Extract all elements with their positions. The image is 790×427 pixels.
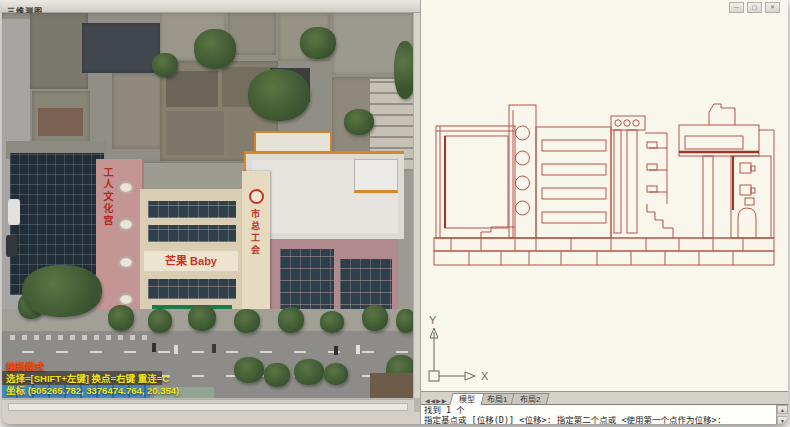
photo-block <box>112 73 162 149</box>
command-prompt-line: 指定基点或 [位移(D)] <位移>: 指定第二个点或 <使用第一个点作为位移>… <box>424 415 776 424</box>
photo-vertical-scrollbar[interactable] <box>413 13 420 398</box>
tree <box>324 363 348 385</box>
tree <box>194 29 236 69</box>
sign-cultural-palace: 工人文化宫 <box>100 167 115 227</box>
photo-block <box>30 13 88 89</box>
oval-window <box>118 256 134 269</box>
photo-roof <box>166 111 224 155</box>
photo-rubble <box>38 108 83 136</box>
app-window: 三维测图 <box>2 0 788 424</box>
tree <box>234 309 260 333</box>
tree <box>362 305 388 331</box>
ucs-icon <box>429 328 475 381</box>
car <box>8 199 20 225</box>
tree <box>108 305 134 331</box>
screenshot-stage: 三维测图 <box>0 0 790 427</box>
photo-dark-roof <box>82 23 160 73</box>
tree <box>22 265 102 317</box>
scroll-up-icon[interactable]: ▲ <box>777 405 788 414</box>
photo-window-row <box>148 201 236 218</box>
minimize-icon[interactable]: — <box>729 2 744 13</box>
tree <box>320 311 344 333</box>
scooter <box>152 343 156 352</box>
command-history-line: 找到 1 个 <box>424 405 776 415</box>
axis-x-label: X <box>481 370 489 382</box>
sign-mango-baby: 芒果 Baby <box>144 251 238 271</box>
tree <box>264 363 290 387</box>
axis-y-label: Y <box>429 314 437 326</box>
scooter <box>174 345 178 354</box>
oval-window <box>118 218 134 231</box>
photo-roof <box>166 71 218 107</box>
tree <box>294 359 324 385</box>
scooter <box>356 345 360 354</box>
tree <box>278 307 304 333</box>
crosswalk <box>10 335 150 340</box>
photo-window-row <box>148 225 236 242</box>
tree <box>148 309 172 333</box>
oval-window <box>118 181 134 194</box>
photo-window-row <box>148 279 236 299</box>
tree <box>152 53 178 77</box>
command-scrollbar[interactable]: ▲ ▼ <box>776 405 788 424</box>
overlay-coordinates: 坐标 (505265.782, 3376474.764, 20.354) <box>6 383 179 397</box>
tree <box>188 305 216 331</box>
photo-horizontal-scrollbar[interactable] <box>2 399 414 413</box>
cad-elevation-drawing: Y X <box>421 0 788 391</box>
tree <box>234 357 264 383</box>
cad-pane: — ▢ ✕ <box>420 0 788 424</box>
command-line-area[interactable]: 找到 1 个 指定基点或 [位移(D)] <位移>: 指定第二个点或 <使用第一… <box>421 404 788 424</box>
tree <box>344 109 374 135</box>
union-logo <box>249 189 264 204</box>
tree <box>394 41 414 99</box>
restore-icon[interactable]: ▢ <box>747 2 762 13</box>
car <box>6 235 17 257</box>
scooter <box>212 344 216 353</box>
photo-viewer-pane: 三维测图 <box>2 0 420 412</box>
tab-model[interactable]: 模型 <box>450 393 485 405</box>
photo-penthouse <box>354 159 398 193</box>
sign-union: 市总工会 <box>249 209 262 257</box>
window-controls: — ▢ ✕ <box>729 2 780 13</box>
layout-tab-bar: ◀◀▶▶ 模型 布局1 布局2 <box>421 391 788 405</box>
tree <box>396 309 414 333</box>
aerial-photo-viewport[interactable]: 工人文化宫 芒果 Baby 市总工会 <box>2 13 414 398</box>
close-icon[interactable]: ✕ <box>765 2 780 13</box>
scroll-down-icon[interactable]: ▼ <box>777 416 788 424</box>
tree <box>248 69 310 121</box>
photo-corner-building <box>370 373 414 398</box>
scooter <box>334 346 338 355</box>
cad-canvas[interactable]: Y X <box>421 0 788 391</box>
photo-pane-titlebar: 三维测图 <box>2 0 420 13</box>
tree <box>300 27 336 59</box>
